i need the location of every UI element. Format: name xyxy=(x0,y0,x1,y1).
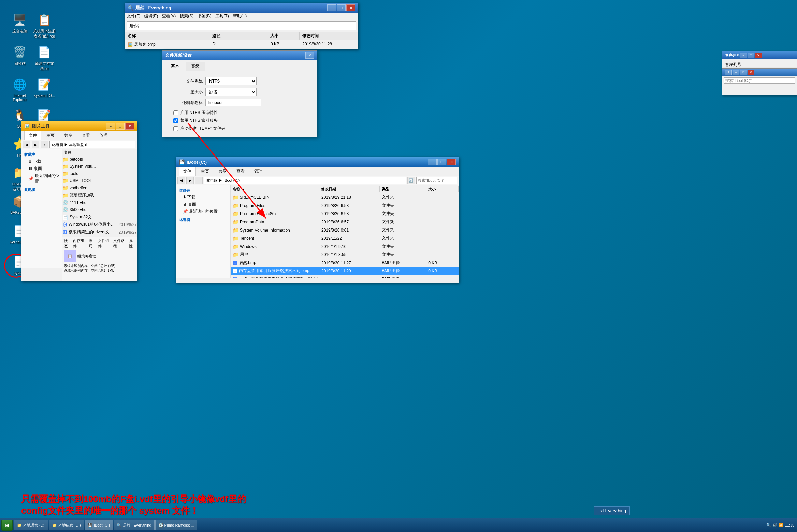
max-btn[interactable]: □ xyxy=(748,53,754,58)
iboot-tab-manage[interactable]: 管理 xyxy=(250,167,267,176)
fs-close-button[interactable]: ✕ xyxy=(305,52,314,59)
row-program-files[interactable]: 📁Program Files 2019/8/26 6:58 文件夹 xyxy=(231,202,459,210)
tab-home[interactable]: 主页 xyxy=(42,131,59,140)
minimize-button[interactable]: − xyxy=(106,123,115,130)
sidebar-desktop[interactable]: 🖥桌面 xyxy=(21,165,62,172)
minimize-button[interactable]: − xyxy=(327,4,336,11)
tab-advanced[interactable]: 高级 xyxy=(186,62,205,71)
row-programdata[interactable]: 📁ProgramData 2019/8/26 6:57 文件夹 xyxy=(231,218,459,226)
iboot-refresh[interactable]: 🔄 xyxy=(407,177,415,184)
iboot-tab-view[interactable]: 查看 xyxy=(232,167,249,176)
sidebar-recent[interactable]: 📌最近访问的位置 xyxy=(21,172,62,185)
min-btn[interactable]: − xyxy=(733,70,739,75)
iboot-forward[interactable]: ▶ xyxy=(186,177,194,184)
everything-file-row[interactable]: 🖼️ 居然客.bmp D: 0 KB 2019/8/30 11:28 xyxy=(125,40,358,49)
max-btn[interactable]: □ xyxy=(740,70,747,75)
row-windows[interactable]: 📁Windows 2016/1/1 9:10 文件夹 xyxy=(231,242,459,251)
tab-basic[interactable]: 基本 xyxy=(165,62,185,71)
ntfs-compress-checkbox[interactable] xyxy=(173,110,178,115)
ntfs-index-checkbox[interactable] xyxy=(173,118,178,123)
iboot-sidebar-desktop[interactable]: 🖥 桌面 xyxy=(176,201,230,208)
maximize-button[interactable]: □ xyxy=(437,159,446,165)
menu-search[interactable]: 搜索(S) xyxy=(180,13,193,19)
folder-sysvol[interactable]: 📁System Volu... xyxy=(62,163,137,170)
min-btn[interactable]: − xyxy=(740,53,747,58)
header-modified[interactable]: 修改日期 xyxy=(319,186,379,192)
primo-titlebar[interactable]: 卷序列号 − □ ✕ xyxy=(722,51,797,59)
menu-tools[interactable]: 工具(T) xyxy=(215,13,229,19)
tab-file[interactable]: 文件 xyxy=(24,131,41,140)
back-button[interactable]: ◀ xyxy=(23,141,30,148)
file-1111vhd[interactable]: 💿1111.vhd xyxy=(62,199,137,206)
iboot-up[interactable]: ↑ xyxy=(195,177,203,184)
iboot-tab-home[interactable]: 主页 xyxy=(197,167,214,176)
iboot-thispc-title[interactable]: 此电脑 xyxy=(176,217,230,223)
iboot-tab-file[interactable]: 文件 xyxy=(179,167,196,176)
desktop-icon-reg[interactable]: 📋 关机脚本注册表添加法.reg xyxy=(31,10,58,40)
ext-everything-label[interactable]: Ext Everything xyxy=(594,506,630,515)
desktop-icon-txt[interactable]: 📄 新建文本文档.txt xyxy=(31,43,58,73)
fs-dialog-titlebar[interactable]: 文件系统设置 ✕ xyxy=(162,51,317,60)
iboot-sidebar-downloads[interactable]: ⬇ 下载 xyxy=(176,194,230,201)
iboot-search[interactable] xyxy=(416,177,457,184)
menu-bookmark[interactable]: 书签(B) xyxy=(198,13,211,19)
taskbar-localdisk2[interactable]: 📁 本地磁盘 (D:) xyxy=(49,520,84,530)
close-button[interactable]: ✕ xyxy=(125,123,134,130)
filesystem-select[interactable]: NTFS xyxy=(205,77,257,85)
iboot-breadcrumb[interactable]: 此电脑 ▶ IBoot (C:) xyxy=(204,177,406,184)
taskbar-everything[interactable]: 🔍 居然 - Everything xyxy=(114,520,155,530)
volume-label-input[interactable] xyxy=(205,99,261,106)
start-button[interactable]: ⊞ xyxy=(1,520,13,531)
iboot-titlebar[interactable]: 💾 IBoot (C:) − □ ✕ xyxy=(176,157,459,167)
file-system32[interactable]: 📄System32文... xyxy=(62,213,137,221)
folder-tools[interactable]: 📁tools xyxy=(62,170,137,177)
menu-help[interactable]: 帮助(H) xyxy=(233,13,247,19)
iboot-sidebar-recent[interactable]: 📌 最近访问的位置 xyxy=(176,208,230,215)
small-win-1-titlebar[interactable]: ? − □ ✕ xyxy=(722,69,797,76)
row-sysvolinfo[interactable]: 📁System Volume Information 2019/8/26 0:0… xyxy=(231,226,459,234)
header-name[interactable]: 名称 ▲ xyxy=(231,186,319,192)
iboot-tab-share[interactable]: 共享 xyxy=(214,167,231,176)
close-button[interactable]: ✕ xyxy=(346,4,355,11)
menu-edit[interactable]: 编辑(E) xyxy=(144,13,158,19)
folder-petools[interactable]: 📁petools xyxy=(62,156,137,163)
small-win-search[interactable] xyxy=(724,77,795,84)
file-drivers[interactable]: 🖼 极限精简过的drivers文件夹只占用10mb左右... 2019/8/27 xyxy=(62,228,137,236)
header-size[interactable]: 大小 xyxy=(426,186,459,192)
tab-view[interactable]: 查看 xyxy=(77,131,95,140)
folder-driver[interactable]: 📁驱动程序加载 xyxy=(62,192,137,199)
path-breadcrumb[interactable]: 此电脑 ▶ 本地磁盘 (I... xyxy=(49,141,135,148)
menu-view[interactable]: 查看(V) xyxy=(162,13,176,19)
volume-tray-icon[interactable]: 🔊 xyxy=(772,523,777,527)
minimize-button[interactable]: − xyxy=(428,159,437,165)
everything-titlebar[interactable]: 🔍 居然 - Everything − □ ✕ xyxy=(125,3,358,13)
maximize-button[interactable]: □ xyxy=(116,123,125,130)
up-button[interactable]: ↑ xyxy=(41,141,48,148)
desktop-icon-my-computer[interactable]: 🖥️ 这台电脑 xyxy=(6,10,33,35)
row-recycle[interactable]: 📁$RECYCLE.BIN 2019/8/29 21:18 文件夹 xyxy=(231,193,459,202)
forward-button[interactable]: ▶ xyxy=(32,141,39,148)
local-disk-titlebar[interactable]: 🖼️ 图片工具 − □ ✕ xyxy=(21,121,137,131)
row-tencent[interactable]: 📁Tencent 2019/11/22 文件夹 xyxy=(231,234,459,242)
tab-share[interactable]: 共享 xyxy=(60,131,77,140)
desktop-icon-ie[interactable]: 🌐 InternetExplorer xyxy=(6,75,33,103)
row-memory-disabled[interactable]: 🖼内存盘禁用索引服务居然搜索不到.bmp 2019/8/30 11:29 BMP… xyxy=(231,267,459,275)
tab-manage[interactable]: 管理 xyxy=(95,131,112,140)
menu-file[interactable]: 文件(F) xyxy=(127,13,140,19)
taskbar-iboot[interactable]: 💾 IBoot (C:) xyxy=(85,520,113,530)
row-juran-bmp[interactable]: 🖼居然.bmp 2019/8/30 11:27 BMP 图像 0 KB xyxy=(231,259,459,267)
file-3500vhd[interactable]: 💿3500.vhd xyxy=(62,206,137,213)
temp-folder-checkbox[interactable] xyxy=(173,126,178,131)
folder-usm[interactable]: 📁USM_TOOL xyxy=(62,177,137,184)
clustersize-select[interactable]: 缺省 xyxy=(205,88,257,96)
sidebar-downloads[interactable]: ⬇下载 xyxy=(21,158,62,165)
taskbar-localdisk1[interactable]: 📁 本地磁盘 (D:) xyxy=(14,520,48,530)
help-btn[interactable]: ? xyxy=(725,70,732,75)
favorites-title[interactable]: 收藏夹 xyxy=(21,151,62,158)
desktop-icon-syslog1[interactable]: 📝 system.LO... xyxy=(31,75,58,99)
file-win81[interactable]: 🖼 Windows81的64位最小启动镜像（img、vh... 2019/8/2… xyxy=(62,221,137,228)
this-pc-title[interactable]: 此电脑 xyxy=(21,187,62,193)
close-button[interactable]: ✕ xyxy=(447,159,456,165)
close-btn[interactable]: ✕ xyxy=(755,53,762,58)
taskbar-primo[interactable]: 💽 Primo Ramdisk ... xyxy=(155,520,197,530)
